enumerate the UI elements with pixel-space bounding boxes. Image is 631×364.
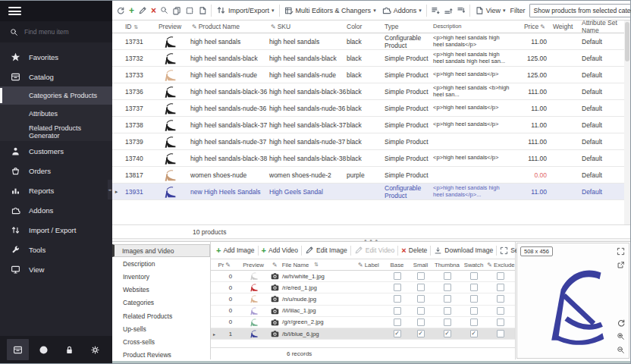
add-product-button[interactable]: + <box>129 5 134 16</box>
tab-related-products[interactable]: Related Products <box>112 309 210 322</box>
add-image-button[interactable]: +Add Image <box>216 246 255 255</box>
product-row-13737[interactable]: 13737 high heel sandals-nude-36high heel… <box>112 100 624 117</box>
tab-inventory[interactable]: Inventory <box>112 270 210 283</box>
image-row-b-l-blue-6-jpg[interactable]: ▸1 /b/l/blue_6.jpg✓✓✓✓ <box>211 328 515 340</box>
select-cells-button[interactable] <box>185 5 194 16</box>
swatch-checkbox[interactable] <box>470 318 478 326</box>
image-row-n-u-nude-jpg[interactable]: 0 /n/u/nude.jpg <box>211 293 515 305</box>
swatch-checkbox[interactable]: ✓ <box>470 330 478 337</box>
swatch-checkbox[interactable] <box>470 307 478 315</box>
sidebar-item-customers[interactable]: Customers <box>0 141 112 161</box>
tab-websites[interactable]: Websites <box>112 284 210 297</box>
base-checkbox[interactable]: ✓ <box>394 330 401 337</box>
download-image-button[interactable]: Download Image <box>434 246 493 255</box>
thumbnail-checkbox[interactable] <box>444 284 451 291</box>
sidebar-item-orders[interactable]: Orders <box>0 161 112 180</box>
category-filter-select[interactable]: Show products from selected categories ▾ <box>529 4 631 17</box>
thumbnail-checkbox[interactable] <box>444 307 451 315</box>
tab-cross-sells[interactable]: Cross-sells <box>112 335 210 348</box>
import-export-menu[interactable]: Import/Export▾ <box>215 4 275 17</box>
vertical-scrollbar[interactable] <box>624 20 630 224</box>
base-checkbox[interactable] <box>394 307 401 315</box>
column-header-sku[interactable]: ✎SKU <box>269 23 347 30</box>
sidebar-collapse-grip[interactable]: ◂▸ <box>108 180 112 199</box>
delete-product-button[interactable]: × <box>151 5 156 16</box>
rotate-image-icon[interactable] <box>616 318 626 328</box>
view-menu[interactable]: View▾ <box>474 5 507 17</box>
small-checkbox[interactable] <box>417 272 425 280</box>
sidebar-item-related-products-generator[interactable]: Related Products Generator <box>0 123 112 141</box>
small-checkbox[interactable] <box>417 307 425 315</box>
sidebar-item-attributes[interactable]: Attributes <box>0 105 112 123</box>
exclude-checkbox[interactable] <box>497 318 504 326</box>
column-header-base[interactable]: Base <box>385 262 409 268</box>
column-header-preview[interactable]: Preview <box>237 262 269 268</box>
small-checkbox[interactable] <box>417 295 425 303</box>
help-icon[interactable]: ? <box>39 345 49 355</box>
column-header-label[interactable]: ✎Label <box>356 262 385 268</box>
base-checkbox[interactable] <box>394 318 401 326</box>
base-checkbox[interactable] <box>394 295 401 303</box>
exclude-checkbox[interactable] <box>497 307 504 315</box>
product-row-13736[interactable]: 13736 high heel sandals-black-36high hee… <box>112 83 624 100</box>
small-checkbox[interactable]: ✓ <box>417 330 425 337</box>
addons-menu[interactable]: Addons▾ <box>381 4 422 17</box>
tab-description[interactable]: Description <box>112 257 210 270</box>
product-row-13740[interactable]: 13740 high heel sandals-black-38high hee… <box>112 150 624 167</box>
column-header-type[interactable]: Type <box>385 23 433 30</box>
product-row-13817[interactable]: 13817 women shoes-nudewomen shoes-nude-2… <box>112 167 624 184</box>
thumbnail-checkbox[interactable]: ✓ <box>444 330 451 337</box>
sidebar-item-categories-products[interactable]: Categories & Products <box>0 86 112 105</box>
base-checkbox[interactable] <box>394 272 401 280</box>
sidebar-item-reports[interactable]: Reports <box>0 180 112 200</box>
sidebar-item-catalog[interactable]: Catalog <box>0 67 112 86</box>
product-row-13731[interactable]: 13731 high heel sandalshigh heel sandals… <box>112 33 624 50</box>
image-row-g-r-green-2-jpg[interactable]: 0 /g/r/green_2.jpg <box>211 317 515 328</box>
delete-button[interactable]: ×Delete <box>401 246 427 255</box>
swatch-checkbox[interactable] <box>470 295 478 303</box>
column-header-color[interactable]: Color <box>347 23 385 30</box>
column-header-small[interactable]: Small <box>409 262 432 268</box>
small-checkbox[interactable] <box>417 318 425 326</box>
tab-up-sells[interactable]: Up-sells <box>112 322 210 335</box>
column-header-product-name[interactable]: ✎Product Name <box>190 23 269 30</box>
settings-icon[interactable] <box>90 345 100 355</box>
sidebar-item-import-export[interactable]: Import / Export <box>0 220 112 240</box>
exclude-checkbox[interactable] <box>497 284 504 291</box>
menu-icon[interactable] <box>8 7 21 15</box>
column-header-swatch[interactable]: Swatch <box>462 262 485 268</box>
multi-editors-menu[interactable]: Multi Editors & Changers▾ <box>284 5 377 17</box>
add-video-button[interactable]: +Add Video <box>262 246 299 255</box>
open-external-icon[interactable] <box>616 260 626 270</box>
thumbnail-checkbox[interactable] <box>444 318 451 326</box>
product-row-13931[interactable]: ▸13931 new High Heels SandalsHigh Geels … <box>112 184 624 200</box>
swatch-checkbox[interactable] <box>470 284 478 291</box>
copy-button[interactable] <box>172 5 181 16</box>
product-row-13738[interactable]: 13738 high heel sandals-black-37high hee… <box>112 117 624 133</box>
edit-image-button[interactable]: Edit Image <box>305 246 347 255</box>
thumbnail-checkbox[interactable] <box>444 295 451 303</box>
column-header-thumbna[interactable]: Thumbna <box>432 262 462 268</box>
column-header-file-name[interactable]: ✎File Name⇅ <box>269 262 356 268</box>
sidebar-item-tools[interactable]: Tools <box>0 240 112 259</box>
scrollbar-thumb[interactable] <box>625 22 629 61</box>
sidebar-search[interactable]: Find menu item <box>0 21 112 42</box>
image-row-l-i-lilac-1-jpg[interactable]: 0 /l/i/lilac_1.jpg <box>211 306 515 317</box>
column-header-pr[interactable]: Pr✎ <box>218 262 237 268</box>
exclude-checkbox[interactable] <box>497 330 504 337</box>
column-header-weight[interactable]: Weight <box>553 23 580 30</box>
thumbnail-checkbox[interactable] <box>444 272 451 280</box>
column-header-exclude[interactable]: ✎Exclude <box>485 262 515 268</box>
sidebar-item-addons[interactable]: Addons <box>0 200 112 220</box>
sidebar-item-favorites[interactable]: Favorites <box>0 47 112 67</box>
paste-button[interactable] <box>198 5 207 16</box>
image-row-w-h-white-1-jpg[interactable]: 0 /w/h/white_1.jpg <box>211 271 515 282</box>
tab-images-and-video[interactable]: Images and Video <box>112 244 210 257</box>
base-checkbox[interactable] <box>394 284 401 291</box>
zoom-out-icon[interactable] <box>616 345 626 355</box>
row-auto-height-button[interactable] <box>431 5 440 16</box>
footer-catalog-button[interactable] <box>7 339 29 360</box>
expand-rows-button[interactable] <box>444 5 453 16</box>
zoom-in-icon[interactable] <box>616 331 626 341</box>
column-header-description[interactable]: Description <box>433 24 510 30</box>
